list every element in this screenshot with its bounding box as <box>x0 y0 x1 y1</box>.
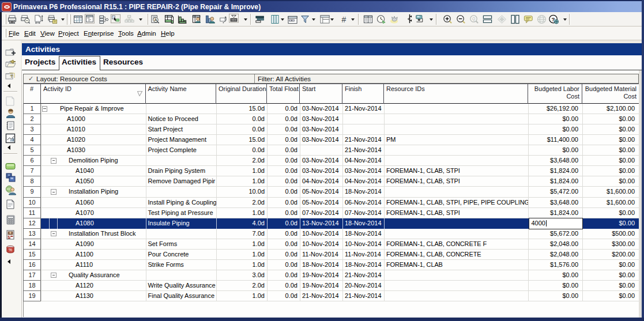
svg-text:#: # <box>342 15 347 24</box>
svg-text:%: % <box>9 248 12 252</box>
svg-text:Q: Q <box>472 17 475 21</box>
